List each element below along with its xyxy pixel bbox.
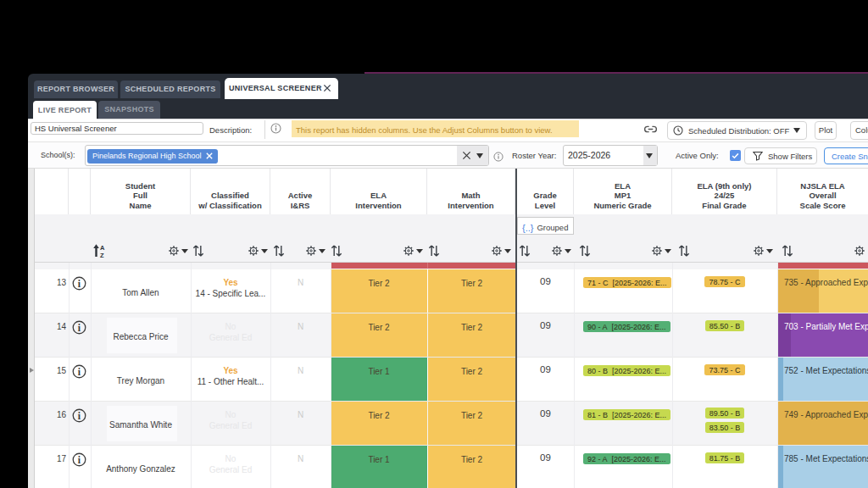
svg-text:i: i [78, 366, 81, 378]
svg-text:i: i [78, 278, 81, 290]
svg-text:i: i [78, 410, 81, 422]
svg-text:i: i [78, 322, 81, 334]
svg-text:A: A [100, 244, 105, 252]
svg-text:i: i [78, 454, 81, 466]
svg-text:Z: Z [100, 252, 104, 258]
